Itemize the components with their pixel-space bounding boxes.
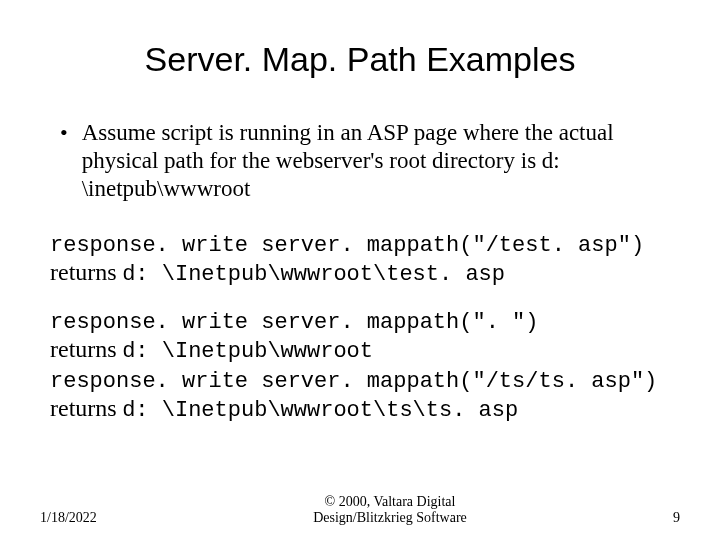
footer-date: 1/18/2022	[40, 510, 160, 526]
copyright-line-2: Design/Blitzkrieg Software	[313, 510, 467, 525]
return-line: returns d: \Inetpub\wwwroot\test. asp	[50, 259, 680, 288]
returns-label: returns	[50, 336, 117, 362]
bullet-text: Assume script is running in an ASP page …	[82, 119, 680, 203]
returns-label: returns	[50, 259, 117, 285]
footer-pagenum: 9	[620, 510, 680, 526]
footer: 1/18/2022 © 2000, Valtara Digital Design…	[40, 494, 680, 526]
return-line: returns d: \Inetpub\wwwroot	[50, 336, 680, 365]
example-2: response. write server. mappath(". ") re…	[50, 310, 680, 365]
example-3: response. write server. mappath("/ts/ts.…	[50, 369, 680, 424]
bullet-dot: •	[60, 119, 68, 203]
code-line: response. write server. mappath(". ")	[50, 310, 680, 336]
spacer	[40, 292, 680, 306]
code-line: response. write server. mappath("/test. …	[50, 233, 680, 259]
returns-label: returns	[50, 395, 117, 421]
code-line: response. write server. mappath("/ts/ts.…	[50, 369, 680, 395]
footer-copyright: © 2000, Valtara Digital Design/Blitzkrie…	[160, 494, 620, 526]
returns-path: d: \Inetpub\wwwroot\test. asp	[122, 262, 505, 287]
returns-path: d: \Inetpub\wwwroot	[122, 339, 373, 364]
slide-title: Server. Map. Path Examples	[40, 40, 680, 79]
example-1: response. write server. mappath("/test. …	[50, 233, 680, 288]
bullet-item: • Assume script is running in an ASP pag…	[60, 119, 680, 203]
return-line: returns d: \Inetpub\wwwroot\ts\ts. asp	[50, 395, 680, 424]
slide: Server. Map. Path Examples • Assume scri…	[0, 0, 720, 540]
returns-path: d: \Inetpub\wwwroot\ts\ts. asp	[122, 398, 518, 423]
copyright-line-1: © 2000, Valtara Digital	[325, 494, 456, 509]
